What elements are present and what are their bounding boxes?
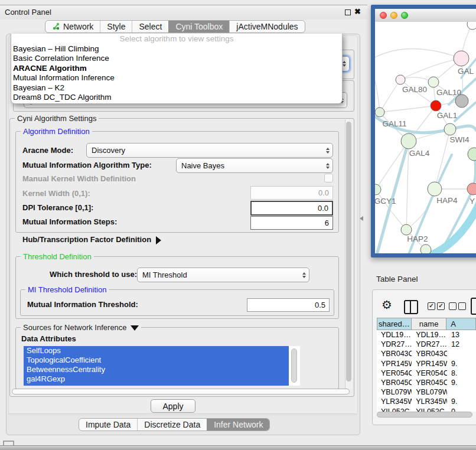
- which-threshold-label: Which threshold to use:: [50, 270, 137, 279]
- dpi-tolerance-input[interactable]: 0.0: [250, 201, 333, 216]
- gear-icon[interactable]: ⚙: [382, 298, 392, 311]
- close-icon[interactable]: ✖: [354, 7, 361, 16]
- network-tab-icon: [52, 22, 60, 31]
- table-cell: [447, 349, 476, 358]
- select-all-checkbox-icon[interactable]: ✓: [437, 302, 445, 310]
- network-edge[interactable]: [435, 129, 450, 189]
- tab-discretize-data[interactable]: Discretize Data: [137, 419, 207, 431]
- node-salmon[interactable]: [467, 183, 476, 195]
- network-canvas[interactable]: GALGAL80GAL10GAL1GAL11SWI4GAL4GCY1HAP4YH…: [375, 22, 476, 253]
- mi-threshold-definition-title: MI Threshold Definition: [25, 285, 109, 294]
- close-traffic-light[interactable]: [380, 12, 387, 19]
- attributes-scrollbar-thumb[interactable]: [291, 348, 297, 383]
- network-edge[interactable]: [406, 141, 409, 230]
- node-bottom[interactable]: [420, 244, 431, 253]
- table-row[interactable]: YIL052CYIL052C0.: [377, 407, 476, 412]
- which-threshold-combo[interactable]: MI Threshold: [137, 268, 309, 282]
- combo-arrows-icon: [326, 163, 330, 169]
- float-window-icon[interactable]: [345, 9, 351, 15]
- dpi-tolerance-label: DPI Tolerance [0,1]:: [22, 203, 93, 212]
- network-edge[interactable]: [376, 141, 409, 190]
- split-pane-icon[interactable]: [404, 300, 418, 314]
- minimize-traffic-light[interactable]: [390, 12, 397, 19]
- node-label: GCY1: [375, 197, 396, 206]
- dropdown-item[interactable]: Bayesian – Hill Climbing: [11, 44, 342, 54]
- node-gal11[interactable]: [375, 107, 384, 117]
- node-label: GAL4: [409, 149, 430, 158]
- zoom-traffic-light[interactable]: [401, 12, 408, 19]
- tab-select[interactable]: Select: [132, 21, 168, 32]
- network-edge[interactable]: [375, 48, 461, 58]
- attribute-item[interactable]: TopologicalCoefficient: [24, 356, 300, 365]
- table-cell: YPR145W: [412, 359, 447, 369]
- table-row[interactable]: YBR043CYBR043C: [377, 349, 476, 358]
- dropdown-item[interactable]: Basic Correlation Inference: [11, 54, 342, 63]
- settings-vertical-scrollbar-thumb[interactable]: [346, 122, 351, 381]
- dropdown-item[interactable]: Dream8 DC_TDC Algorithm: [11, 93, 342, 102]
- node-unlabeled-top[interactable]: [467, 22, 476, 30]
- document-icon[interactable]: [471, 298, 476, 315]
- mi-threshold-input[interactable]: 0.5: [247, 298, 330, 312]
- node-hap2[interactable]: [401, 224, 412, 235]
- network-edge[interactable]: [380, 80, 400, 112]
- table-header-cell[interactable]: name: [412, 318, 446, 330]
- node-gcy1[interactable]: [375, 184, 381, 195]
- attribute-item[interactable]: SelfLoops: [24, 346, 300, 356]
- table-cell: YBR043C: [412, 349, 447, 358]
- table-row[interactable]: YLR345WYLR345W9.: [377, 397, 476, 406]
- table-header-cell[interactable]: A: [446, 318, 476, 330]
- network-edge[interactable]: [400, 58, 461, 80]
- apply-button[interactable]: Apply: [151, 399, 195, 413]
- tab-network[interactable]: Network: [45, 21, 100, 32]
- manual-kernel-checkbox[interactable]: [324, 174, 333, 182]
- table-cell: YDL19…: [377, 330, 412, 340]
- network-window-titlebar[interactable]: [375, 9, 476, 22]
- settings-horizontal-scrollbar-thumb[interactable]: [12, 389, 350, 394]
- mi-algorithm-type-combo[interactable]: Naive Bayes: [176, 158, 333, 173]
- tab-label: Cyni Toolbox: [175, 22, 223, 31]
- deselect-all-checkbox-icon[interactable]: [458, 302, 466, 310]
- attribute-item[interactable]: gal4RGexp: [24, 374, 300, 384]
- table-row[interactable]: YDL19…YDL19…13: [377, 330, 476, 340]
- node-gal10[interactable]: [428, 77, 439, 87]
- network-edge[interactable]: [376, 190, 406, 230]
- mi-steps-input[interactable]: 6: [250, 216, 333, 230]
- dropdown-item[interactable]: Mutual Information Inference: [11, 73, 342, 83]
- node-gal4[interactable]: [401, 133, 416, 149]
- tab-impute-data[interactable]: Impute Data: [79, 419, 137, 431]
- table-row[interactable]: YDR27…YDR27…12: [377, 340, 476, 349]
- sources-group-title[interactable]: Sources for Network Inference: [21, 323, 141, 332]
- hub-factor-definition-toggle[interactable]: Hub/Transcription Factor Definition: [22, 235, 161, 244]
- table-row[interactable]: YPR145WYPR145W9.: [377, 359, 476, 369]
- table-cell: [447, 387, 476, 397]
- table-row[interactable]: YER054CYER054C8.: [377, 369, 476, 378]
- splitter-collapse-arrow[interactable]: [360, 216, 363, 221]
- data-attributes-list[interactable]: SelfLoopsTopologicalCoefficientBetweenne…: [24, 346, 300, 386]
- collapsed-arrow-icon: [156, 236, 161, 244]
- select-all-checkbox-icon[interactable]: ✓: [428, 302, 435, 310]
- network-edge[interactable]: [380, 106, 436, 112]
- mi-steps-label: Mutual Information Steps:: [22, 217, 117, 226]
- tab-infer-network[interactable]: Infer Network: [207, 419, 269, 431]
- table-horizontal-scrollbar-thumb[interactable]: [377, 412, 472, 418]
- deselect-all-checkbox-icon[interactable]: [449, 302, 457, 310]
- node-gal1[interactable]: [444, 123, 456, 135]
- table-header-cell[interactable]: shared…: [377, 318, 412, 330]
- attribute-item[interactable]: BetweennessCentrality: [24, 365, 300, 374]
- dropdown-item[interactable]: Bayesian – K2: [11, 83, 342, 93]
- node-gal80[interactable]: [396, 75, 405, 84]
- node-hap4[interactable]: [428, 182, 442, 196]
- node-gal-pink[interactable]: [454, 51, 469, 66]
- tab-style[interactable]: Style: [100, 21, 132, 32]
- dropdown-item[interactable]: ARACNE Algorithm: [11, 64, 342, 73]
- node-swi4-green[interactable]: [468, 148, 476, 161]
- tab-cyni-toolbox[interactable]: Cyni Toolbox: [168, 21, 229, 32]
- table-cell: YBL079W: [412, 387, 447, 397]
- node-table[interactable]: shared…nameAYDL19…YDL19…13YDR27…YDR27…12…: [377, 318, 476, 412]
- aracne-mode-combo[interactable]: Discovery: [86, 143, 333, 158]
- node-red[interactable]: [431, 100, 441, 111]
- tab-label: Select: [139, 22, 162, 31]
- table-row[interactable]: YBR045CYBR045C9.: [377, 378, 476, 387]
- tab-jactivemnodules[interactable]: jActiveMNodules: [229, 21, 304, 32]
- table-row[interactable]: YBL079WYBL079W: [377, 387, 476, 397]
